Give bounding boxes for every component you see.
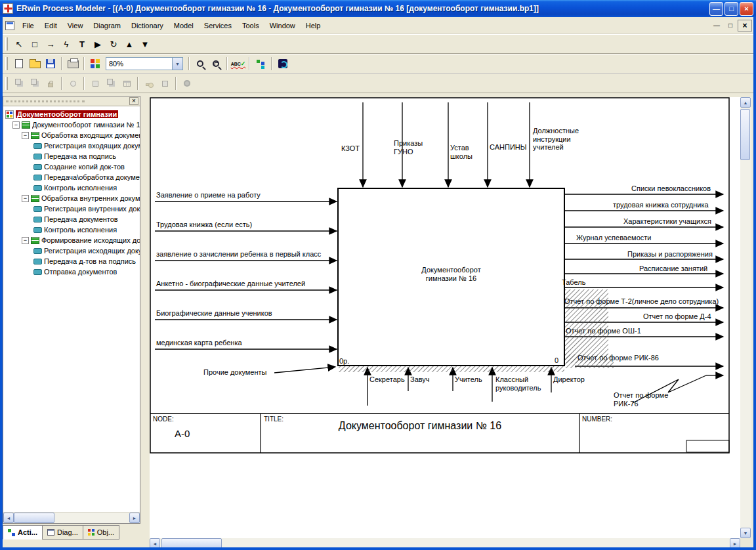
tree-item-leaf[interactable]: Отправка документов xyxy=(3,266,140,277)
mechanism-label[interactable]: Завуч xyxy=(410,375,430,384)
output-label[interactable]: Характеристики учащихся xyxy=(623,217,711,226)
goto-parent-button[interactable]: ▲ xyxy=(121,37,137,52)
tree-item-leaf[interactable]: Передача\обработка документов xyxy=(3,172,140,182)
input-label[interactable]: мединская карта ребенка xyxy=(156,339,242,347)
tree-item-activity[interactable]: − Обработка входящих документов xyxy=(3,130,140,140)
arrow-tool-button[interactable]: → xyxy=(43,37,58,52)
menu-services[interactable]: Services xyxy=(199,20,237,32)
control-label[interactable]: САНПИНЫ xyxy=(490,143,526,152)
tree-item-leaf[interactable]: Регистрация внутренних документов xyxy=(3,203,140,214)
output-label[interactable]: Списки певоклассников xyxy=(631,184,711,193)
minimize-button[interactable]: — xyxy=(709,2,723,16)
mechanism-label[interactable]: Директор xyxy=(553,375,585,384)
scrollbar-thumb[interactable] xyxy=(14,513,54,523)
panel-horizontal-scrollbar[interactable]: ◄ ► xyxy=(3,512,140,523)
text-tool-button[interactable]: T xyxy=(74,37,90,52)
collapse-icon[interactable]: − xyxy=(22,132,29,139)
tree-item-leaf[interactable]: Создание копий док-тов xyxy=(3,161,140,172)
mechanism-label[interactable]: Классный руководитель xyxy=(495,375,541,392)
mdi-restore-button[interactable]: □ xyxy=(724,20,737,32)
menu-file[interactable]: File xyxy=(17,20,39,32)
scroll-up-button[interactable]: ▲ xyxy=(740,97,751,108)
zoom-area-button[interactable] xyxy=(208,56,224,72)
control-label[interactable]: Приказы ГУНО xyxy=(394,139,423,156)
output-label[interactable]: Табель xyxy=(562,278,585,287)
mdi-minimize-button[interactable]: — xyxy=(710,20,723,32)
input-label[interactable]: Биографические данные учеников xyxy=(156,309,272,318)
tree-item-model[interactable]: Документооборот гимназии xyxy=(3,109,140,119)
model-explorer-button[interactable] xyxy=(253,56,268,72)
drill-down-button[interactable]: ▼ xyxy=(137,37,153,52)
save-button[interactable] xyxy=(43,56,58,72)
menu-window[interactable]: Window xyxy=(264,20,301,32)
menu-edit[interactable]: Edit xyxy=(39,20,62,32)
color-settings-button[interactable] xyxy=(87,56,103,72)
zoom-in-button[interactable] xyxy=(192,56,208,72)
tree-item-context[interactable]: − Документооборот гимназии № 16 xyxy=(3,119,140,130)
collapse-icon[interactable]: − xyxy=(22,237,29,244)
mechanism-label[interactable]: Учитель xyxy=(455,375,482,384)
output-label[interactable]: Приказы и распоряжения xyxy=(627,250,713,259)
toolbar-grip[interactable] xyxy=(5,37,8,51)
mdi-close-button[interactable]: × xyxy=(738,20,752,32)
document-icon[interactable] xyxy=(5,21,14,30)
menu-tools[interactable]: Tools xyxy=(237,20,264,32)
tree-item-leaf[interactable]: Регистрация исходящих документов xyxy=(3,245,140,256)
close-button[interactable]: × xyxy=(740,2,753,16)
output-label[interactable]: Расписание занятий xyxy=(639,264,707,273)
panel-splitter[interactable] xyxy=(140,93,150,547)
zoom-dropdown-button[interactable]: ▼ xyxy=(172,58,182,70)
mechanism-label[interactable]: Секретарь xyxy=(369,375,405,384)
modelmart-button[interactable] xyxy=(275,56,291,72)
menu-help[interactable]: Help xyxy=(301,20,326,32)
output-label[interactable]: трудовая книжка сотрудника xyxy=(613,201,709,209)
spell-check-button[interactable]: ABC✓ xyxy=(230,56,246,72)
tree-item-leaf[interactable]: Передача д-тов на подпись xyxy=(3,256,140,266)
menu-diagram[interactable]: Diagram xyxy=(88,20,126,32)
zoom-combobox[interactable]: 80% ▼ xyxy=(106,57,183,70)
tree-item-leaf[interactable]: Контроль исполнения xyxy=(3,224,140,235)
print-button[interactable] xyxy=(65,56,81,72)
input-label[interactable]: Трудовая книжка (если есть) xyxy=(156,221,252,229)
goto-child-button[interactable]: ▶ xyxy=(90,37,106,52)
tree-item-leaf[interactable]: Передача на подпись xyxy=(3,151,140,161)
output-label[interactable]: Отчет по форме Т-2(личное дело сотрудник… xyxy=(564,297,719,306)
control-label[interactable]: Устав школы xyxy=(450,144,472,160)
input-label[interactable]: Заявление о приеме на работу xyxy=(156,191,261,200)
toolbar-grip[interactable] xyxy=(5,57,8,70)
scrollbar-track[interactable] xyxy=(14,513,129,523)
input-label[interactable]: Прочие документы xyxy=(203,368,267,377)
squiggle-tool-button[interactable]: ϟ xyxy=(58,37,74,52)
scrollbar-thumb[interactable] xyxy=(740,109,750,160)
input-label[interactable]: заявление о зачислении ребенка в первый … xyxy=(156,250,321,259)
output-label[interactable]: Отчет по форме РИК-76 xyxy=(614,391,668,408)
scroll-left-button[interactable]: ◄ xyxy=(3,513,14,523)
output-label[interactable]: Отчет по форме ОШ-1 xyxy=(566,327,641,335)
scroll-down-button[interactable]: ▼ xyxy=(740,528,751,538)
output-label[interactable]: Журнал успеваемости xyxy=(576,234,651,242)
tree-item-leaf[interactable]: Регистрация входящих документов xyxy=(3,140,140,151)
tab-activities[interactable]: Acti... xyxy=(3,525,43,539)
toolbar-grip[interactable] xyxy=(5,77,8,90)
output-label[interactable]: Отчет по форме РИК-86 xyxy=(578,354,659,362)
panel-close-button[interactable]: × xyxy=(129,97,138,105)
panel-header[interactable]: × xyxy=(3,96,140,106)
scrollbar-track[interactable] xyxy=(740,108,751,528)
menu-dictionary[interactable]: Dictionary xyxy=(126,20,169,32)
menu-model[interactable]: Model xyxy=(169,20,199,32)
diagram-canvas[interactable]: Документооборот гимназии № 16 0р. 0 КЗОТ… xyxy=(150,97,740,538)
pointer-tool-button[interactable]: ↖ xyxy=(11,37,27,52)
new-button[interactable] xyxy=(11,56,27,72)
control-label[interactable]: Должностные инструкции учителей xyxy=(533,127,579,152)
collapse-icon[interactable]: − xyxy=(22,195,29,202)
scroll-right-button[interactable]: ► xyxy=(129,513,140,523)
tab-diagrams[interactable]: Diag... xyxy=(42,525,83,539)
input-label[interactable]: Анкетно - биографические данные учителей xyxy=(156,280,305,288)
tree-item-leaf[interactable]: Контроль исполнения xyxy=(3,182,140,193)
maximize-button[interactable]: □ xyxy=(724,2,738,16)
menu-view[interactable]: View xyxy=(62,20,89,32)
refresh-button[interactable]: ↻ xyxy=(106,37,121,52)
tree-item-activity[interactable]: − Формирование исходящих документов xyxy=(3,235,140,245)
vertical-scrollbar[interactable]: ▲ ▼ xyxy=(740,97,751,538)
tab-objects[interactable]: Obj... xyxy=(83,525,119,539)
